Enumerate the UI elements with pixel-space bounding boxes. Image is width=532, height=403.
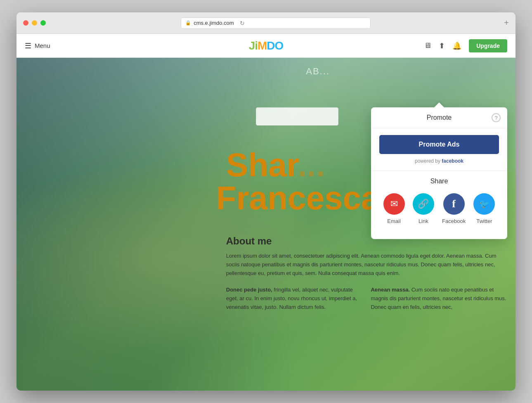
powered-by-text: powered by bbox=[415, 158, 440, 164]
close-button[interactable] bbox=[23, 20, 28, 26]
col2-bold: Aenean massa. bbox=[371, 287, 410, 293]
address-bar: 🔒 cms.e.jimdo.com ↻ bbox=[52, 17, 499, 29]
link-icon[interactable]: 🔗 bbox=[413, 193, 434, 215]
upgrade-button[interactable]: Upgrade bbox=[469, 39, 507, 52]
popup-triangle bbox=[434, 102, 444, 107]
email-label: Email bbox=[387, 218, 401, 224]
logo-o: O bbox=[275, 39, 284, 52]
promote-ads-button[interactable]: Promote Ads bbox=[379, 135, 499, 154]
about-nav-text: AB... bbox=[306, 66, 330, 77]
email-icon[interactable]: ✉ bbox=[383, 193, 405, 215]
title-bar: 🔒 cms.e.jimdo.com ↻ + bbox=[17, 12, 515, 34]
promote-popup: Promote ? Promote Ads powered by faceboo… bbox=[371, 107, 507, 239]
hamburger-icon: ☰ bbox=[25, 41, 31, 50]
logo-d: D bbox=[267, 39, 274, 52]
col2-text: Aenean massa. Cum sociis nato eque penat… bbox=[371, 286, 507, 311]
lock-icon: 🔒 bbox=[185, 20, 191, 26]
page-content: AB... Shar... Francesca About me Lorem i… bbox=[17, 58, 515, 391]
link-label: Link bbox=[419, 218, 428, 224]
minimize-button[interactable] bbox=[32, 20, 37, 26]
two-column-text: Donec pede justo, fringilla vel, aliquet… bbox=[226, 286, 507, 311]
popup-body: Promote Ads powered by facebook Share ✉ … bbox=[371, 128, 507, 239]
url-text: cms.e.jimdo.com bbox=[194, 20, 234, 26]
share-section-title: Share bbox=[379, 178, 499, 185]
logo-m: M bbox=[258, 39, 267, 52]
col1-bold: Donec pede justo, bbox=[226, 287, 272, 293]
share-facebook[interactable]: f Facebook bbox=[442, 193, 466, 224]
refresh-button[interactable]: ↻ bbox=[240, 20, 245, 26]
facebook-icon[interactable]: f bbox=[443, 193, 465, 215]
share-icon[interactable]: ⬆ bbox=[439, 41, 445, 50]
powered-by-brand: facebook bbox=[442, 158, 463, 164]
logo[interactable]: JiMDO bbox=[249, 39, 284, 52]
powered-by: powered by facebook bbox=[379, 158, 499, 164]
logo-j: J bbox=[249, 39, 255, 52]
bell-icon[interactable]: 🔔 bbox=[452, 41, 461, 50]
maximize-button[interactable] bbox=[40, 20, 46, 26]
share-twitter[interactable]: 🐦 Twitter bbox=[473, 193, 495, 224]
browser-window: 🔒 cms.e.jimdo.com ↻ + ☰ Menu JiMDO 🖥 ⬆ 🔔… bbox=[17, 12, 515, 391]
popup-divider bbox=[371, 171, 507, 171]
col1-text: Donec pede justo, fringilla vel, aliquet… bbox=[226, 286, 363, 311]
app-bar: ☰ Menu JiMDO 🖥 ⬆ 🔔 Upgrade bbox=[17, 34, 515, 58]
popup-title: Promote bbox=[427, 114, 452, 121]
app-bar-right: 🖥 ⬆ 🔔 Upgrade bbox=[424, 39, 507, 52]
menu-label: Menu bbox=[35, 42, 50, 49]
about-me-body: Lorem ipsum dolor sit amet, consectetuer… bbox=[226, 252, 507, 277]
twitter-icon[interactable]: 🐦 bbox=[473, 193, 495, 215]
share-email[interactable]: ✉ Email bbox=[383, 193, 405, 224]
help-button[interactable]: ? bbox=[492, 113, 501, 122]
share-link[interactable]: 🔗 Link bbox=[413, 193, 434, 224]
new-tab-button[interactable]: + bbox=[504, 18, 509, 28]
desktop-icon[interactable]: 🖥 bbox=[424, 41, 431, 50]
facebook-label: Facebook bbox=[442, 218, 466, 224]
share-icons: ✉ Email 🔗 Link f Facebook 🐦 Twitter bbox=[379, 193, 499, 232]
popup-header: Promote ? bbox=[371, 107, 507, 128]
francesca-heading: Francesca bbox=[216, 182, 380, 215]
search-bar[interactable] bbox=[256, 107, 338, 126]
about-section: About me Lorem ipsum dolor sit amet, con… bbox=[226, 235, 507, 312]
share-heading: Shar... bbox=[226, 149, 325, 182]
twitter-label: Twitter bbox=[476, 218, 492, 224]
traffic-lights bbox=[23, 20, 46, 26]
menu-button[interactable]: ☰ Menu bbox=[25, 41, 50, 50]
url-input[interactable]: 🔒 cms.e.jimdo.com ↻ bbox=[181, 17, 371, 29]
